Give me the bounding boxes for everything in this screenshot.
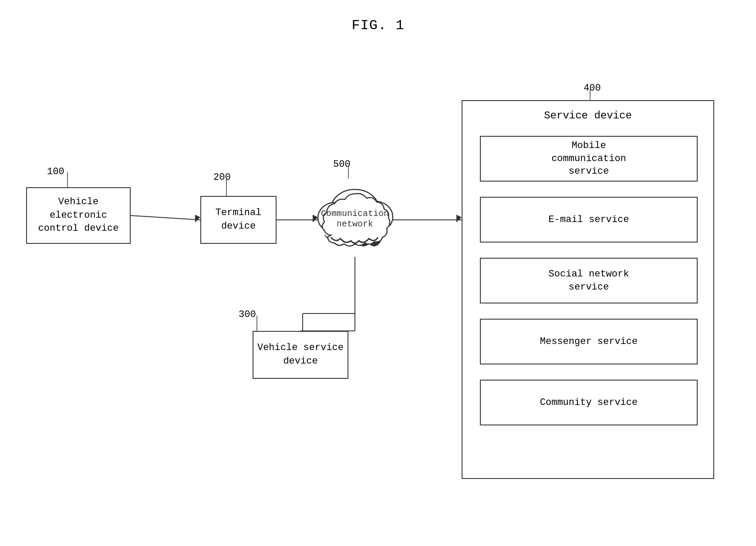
svg-point-14 bbox=[331, 189, 379, 229]
box-terminal-device: Terminaldevice bbox=[200, 196, 277, 244]
box-200-label: Terminaldevice bbox=[216, 206, 262, 233]
service-device-title: Service device bbox=[462, 110, 713, 121]
box-100-label: Vehicle electroniccontrol device bbox=[27, 195, 130, 236]
svg-rect-19 bbox=[322, 220, 390, 244]
ref-500: 500 bbox=[333, 159, 351, 170]
service1-label: Mobilecommunicationservice bbox=[551, 139, 626, 178]
svg-line-5 bbox=[131, 216, 200, 220]
svg-marker-23 bbox=[195, 215, 200, 222]
svg-text:Communication: Communication bbox=[321, 209, 389, 219]
service5-label: Community service bbox=[540, 396, 638, 409]
sub-box-mobile: Mobilecommunicationservice bbox=[480, 136, 698, 182]
svg-marker-24 bbox=[313, 215, 318, 222]
service2-label: E-mail service bbox=[549, 213, 629, 226]
box-300-label: Vehicle servicedevice bbox=[257, 341, 344, 368]
ref-400: 400 bbox=[584, 83, 601, 94]
sub-box-social: Social networkservice bbox=[480, 258, 698, 303]
svg-point-15 bbox=[318, 202, 353, 233]
service4-label: Messenger service bbox=[540, 335, 638, 348]
sub-box-messenger: Messenger service bbox=[480, 319, 698, 364]
service3-label: Social networkservice bbox=[549, 268, 629, 293]
cloud-shape: Communication network bbox=[318, 189, 393, 246]
svg-point-17 bbox=[327, 213, 357, 239]
figure-title: FIG. 1 bbox=[351, 17, 404, 34]
sub-box-email: E-mail service bbox=[480, 197, 698, 243]
sub-box-community: Community service bbox=[480, 380, 698, 425]
svg-marker-25 bbox=[456, 215, 462, 222]
svg-point-16 bbox=[356, 201, 393, 233]
ref-200: 200 bbox=[213, 172, 231, 183]
box-service-device: Service device Mobilecommunicationservic… bbox=[462, 100, 714, 479]
svg-point-18 bbox=[351, 212, 385, 240]
ref-300: 300 bbox=[239, 309, 256, 320]
ref-100: 100 bbox=[47, 166, 64, 177]
svg-text:network: network bbox=[337, 219, 373, 229]
box-vehicle-electronic-control: Vehicle electroniccontrol device bbox=[26, 187, 131, 244]
box-vehicle-service-device: Vehicle servicedevice bbox=[253, 331, 348, 379]
diagram: FIG. 1 100 200 300 400 500 Vehicle elect… bbox=[0, 0, 756, 546]
svg-rect-20 bbox=[326, 207, 387, 236]
